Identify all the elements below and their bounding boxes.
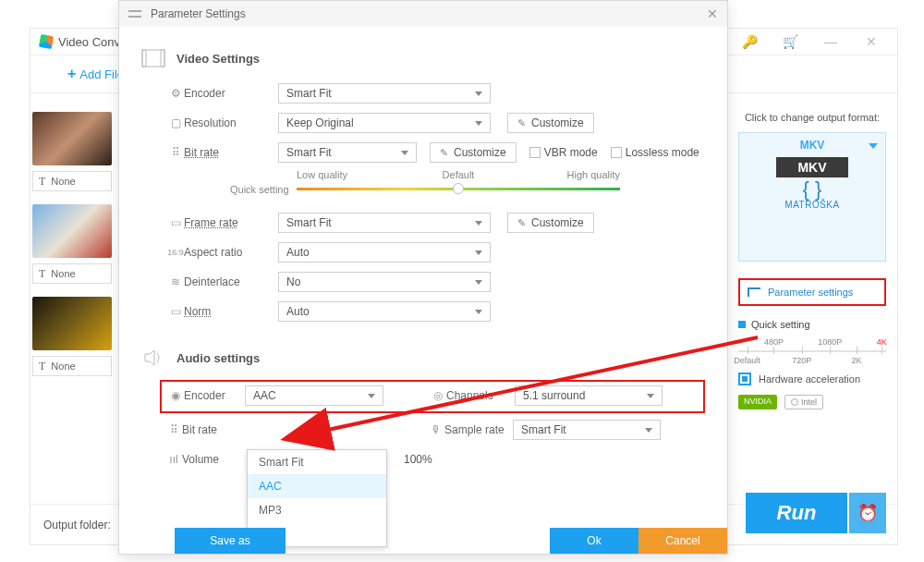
norm-select[interactable]: Auto xyxy=(278,301,491,322)
video-thumbnail[interactable] xyxy=(32,297,112,350)
quick-setting-toggle[interactable]: Quick setting xyxy=(738,319,886,330)
bitrate-customize-button[interactable]: ✎Customize xyxy=(430,142,517,163)
encoder-label: Encoder xyxy=(184,87,258,100)
audio-encoder-label: Encoder xyxy=(184,389,245,402)
chevron-down-icon xyxy=(401,151,408,155)
video-thumbnail[interactable] xyxy=(32,112,112,165)
dialog-footer: Save as Ok Cancel xyxy=(119,528,727,554)
resolution-label: Resolution xyxy=(184,116,258,129)
film-icon xyxy=(141,49,165,67)
subtitle-none-button[interactable]: TNone xyxy=(32,356,112,376)
output-format-card[interactable]: MKV MKV { } MATROŠKA xyxy=(738,132,886,262)
quick-setting-label: Quick setting xyxy=(230,184,289,195)
resolution-icon: ▢ xyxy=(167,116,184,129)
aspect-ratio-label: Aspect ratio xyxy=(184,246,258,259)
sliders-icon xyxy=(128,9,141,18)
pencil-icon: ✎ xyxy=(517,217,526,229)
volume-label: Volume xyxy=(182,453,243,466)
sample-rate-label: Sample rate xyxy=(444,423,513,436)
channels-icon: ◎ xyxy=(430,389,446,402)
chevron-down-icon xyxy=(475,121,482,126)
ok-button[interactable]: Ok xyxy=(550,528,638,554)
svg-rect-1 xyxy=(142,50,146,67)
volume-icon: ııl xyxy=(165,453,182,466)
chevron-down-icon xyxy=(368,394,375,398)
channels-select[interactable]: 5.1 surround xyxy=(515,385,663,406)
sample-rate-select[interactable]: Smart Fit xyxy=(513,420,661,440)
dropdown-option[interactable]: AAC xyxy=(248,474,386,498)
plus-icon: + xyxy=(67,66,76,82)
text-icon: T xyxy=(39,360,45,373)
audio-encoder-select[interactable]: AAC xyxy=(245,385,383,406)
quality-slider[interactable]: Quick setting Low quality Default High q… xyxy=(297,169,620,202)
dialog-titlebar: Parameter Settings ✕ xyxy=(119,1,727,27)
chevron-down-icon xyxy=(475,310,482,314)
lossless-label: Lossless mode xyxy=(626,146,699,159)
schedule-button[interactable]: ⏰ xyxy=(849,493,886,533)
resolution-quick-scale[interactable]: 480P 1080P 4K Default 720P 2K xyxy=(738,337,886,361)
close-app-icon[interactable]: ✕ xyxy=(864,34,879,49)
dropdown-option[interactable]: Smart Fit xyxy=(248,450,386,474)
save-as-button[interactable]: Save as xyxy=(175,528,286,554)
quality-thumb[interactable] xyxy=(453,183,464,194)
frame-rate-select[interactable]: Smart Fit xyxy=(278,213,491,233)
subtitle-none-button[interactable]: TNone xyxy=(32,171,112,191)
output-folder-label: Output folder: xyxy=(43,519,111,531)
chevron-down-icon xyxy=(475,221,482,226)
vbr-checkbox[interactable] xyxy=(529,147,541,158)
pencil-icon: ✎ xyxy=(517,117,526,129)
video-thumbnail[interactable] xyxy=(32,204,112,258)
text-icon: T xyxy=(39,267,45,281)
gpu-badges: NVIDIA Intel xyxy=(738,395,886,409)
deinterlace-label: Deinterlace xyxy=(184,275,258,288)
svg-rect-2 xyxy=(161,50,164,67)
audio-bitrate-icon: ⠿ xyxy=(165,423,182,436)
chevron-down-icon xyxy=(645,428,652,433)
resolution-select[interactable]: Keep Original xyxy=(278,113,491,133)
close-dialog-icon[interactable]: ✕ xyxy=(707,6,718,21)
norm-icon: ▭ xyxy=(167,305,184,318)
change-format-label: Click to change output format: xyxy=(738,112,886,123)
sample-rate-icon: 🎙 xyxy=(428,423,444,436)
hardware-accel-toggle[interactable]: Hardware acceleration xyxy=(738,373,886,385)
chevron-down-icon xyxy=(475,92,482,96)
intel-badge: Intel xyxy=(784,395,823,409)
nvidia-badge: NVIDIA xyxy=(738,395,777,409)
resolution-customize-button[interactable]: ✎Customize xyxy=(507,113,594,133)
dropdown-option[interactable]: MP3 xyxy=(248,498,386,522)
cancel-button[interactable]: Cancel xyxy=(638,528,727,554)
square-bullet-icon xyxy=(738,321,746,328)
subtitle-none-button[interactable]: TNone xyxy=(32,263,112,284)
intel-ring-icon xyxy=(791,398,798,406)
run-button[interactable]: Run xyxy=(746,493,847,533)
video-bitrate-select[interactable]: Smart Fit xyxy=(278,142,417,163)
dialog-title: Parameter Settings xyxy=(151,7,246,20)
deinterlace-icon: ≋ xyxy=(167,275,184,288)
sliders-icon xyxy=(748,287,760,297)
chevron-down-icon xyxy=(869,143,878,149)
bitrate-label: Bit rate xyxy=(184,146,258,159)
video-encoder-select[interactable]: Smart Fit xyxy=(278,83,491,104)
text-icon: T xyxy=(39,175,45,189)
key-icon[interactable]: 🔑 xyxy=(742,34,757,49)
channels-label: Channels xyxy=(446,389,515,402)
aspect-ratio-select[interactable]: Auto xyxy=(278,242,491,263)
chevron-down-icon xyxy=(647,394,654,398)
alarm-clock-icon: ⏰ xyxy=(857,503,878,523)
app-title: Video Conv xyxy=(58,35,120,49)
minimize-icon[interactable]: — xyxy=(823,34,838,49)
lossless-checkbox[interactable] xyxy=(611,147,622,158)
frame-rate-customize-button[interactable]: ✎Customize xyxy=(507,213,594,233)
parameter-settings-button[interactable]: Parameter settings xyxy=(738,278,886,306)
frame-rate-icon: ▭ xyxy=(167,216,184,229)
speaker-icon xyxy=(141,348,165,367)
deinterlace-select[interactable]: No xyxy=(278,272,491,292)
chevron-down-icon xyxy=(475,280,482,285)
format-code: MKV xyxy=(739,133,885,157)
cart-icon[interactable]: 🛒 xyxy=(783,34,797,49)
vbr-label: VBR mode xyxy=(544,146,598,159)
volume-value: 100% xyxy=(404,453,432,466)
matroska-braces-icon: { } xyxy=(776,179,848,200)
audio-settings-header: Audio settings xyxy=(141,348,705,367)
chip-icon xyxy=(738,373,751,385)
